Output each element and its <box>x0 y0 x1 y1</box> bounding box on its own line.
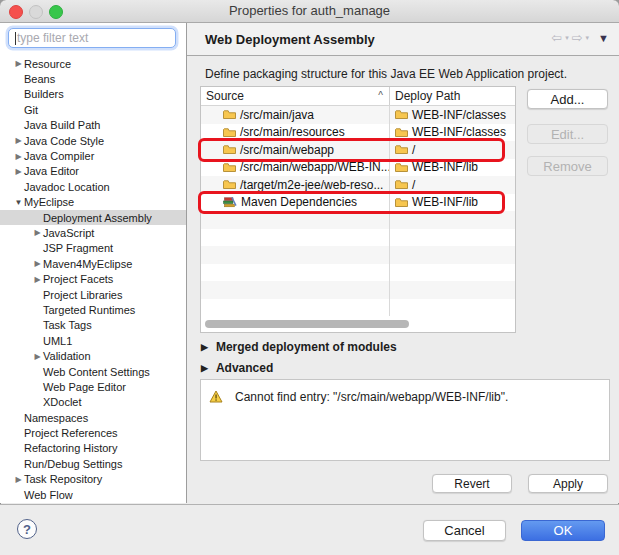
deploy-path-cell: / <box>412 178 415 192</box>
sidebar-item-label: Project Facets <box>43 273 113 285</box>
forward-dropdown-icon[interactable]: ▾ <box>586 34 590 42</box>
table-row[interactable]: /target/m2e-jee/web-reso.../ <box>201 176 515 194</box>
sidebar-item-java-compiler[interactable]: ▶Java Compiler <box>0 148 186 163</box>
cancel-button[interactable]: Cancel <box>423 520 506 541</box>
sidebar-item-label: Task Tags <box>43 319 92 331</box>
disclosure-closed-icon[interactable]: ▶ <box>13 167 24 176</box>
sidebar-item-project-libraries[interactable]: Project Libraries <box>0 287 186 302</box>
table-row[interactable]: /src/main/webapp/ <box>201 141 515 159</box>
sidebar-item-label: Resource <box>24 58 71 70</box>
disclosure-closed-icon[interactable]: ▶ <box>32 228 43 237</box>
sidebar-item-label: Run/Debug Settings <box>24 458 122 470</box>
titlebar[interactable]: Properties for auth_manage <box>0 0 619 23</box>
deploy-path-cell: WEB-INF/lib <box>412 160 478 174</box>
sidebar-item-javadoc-location[interactable]: Javadoc Location <box>0 179 186 194</box>
table-header: Source ^ Deploy Path <box>201 87 515 106</box>
scrollbar-thumb[interactable] <box>205 320 409 328</box>
sidebar-item-beans[interactable]: Beans <box>0 71 186 86</box>
folder-icon <box>223 144 236 155</box>
edit-button[interactable]: Edit... <box>527 124 608 144</box>
sidebar-item-label: Builders <box>24 88 64 100</box>
help-button[interactable]: ? <box>17 519 37 539</box>
deploy-path-cell: / <box>412 143 415 157</box>
source-cell: Maven Dependencies <box>241 195 357 209</box>
column-header-source[interactable]: Source ^ <box>201 87 390 105</box>
sidebar-item-web-content-settings[interactable]: Web Content Settings <box>0 364 186 379</box>
disclosure-closed-icon[interactable]: ▶ <box>13 136 24 145</box>
properties-dialog: Properties for auth_manage type filter t… <box>0 0 619 555</box>
sidebar-item-project-facets[interactable]: ▶Project Facets <box>0 271 186 286</box>
sidebar-item-xdoclet[interactable]: XDoclet <box>0 395 186 410</box>
back-arrow-icon[interactable]: ⇦ <box>551 31 562 45</box>
disclosure-closed-icon[interactable]: ▶ <box>13 59 24 68</box>
remove-button[interactable]: Remove <box>527 156 608 176</box>
sidebar-item-jsp-fragment[interactable]: JSP Fragment <box>0 241 186 256</box>
source-cell: /src/main/webapp <box>240 143 334 157</box>
table-empty-row <box>201 211 515 229</box>
sidebar-item-java-code-style[interactable]: ▶Java Code Style <box>0 133 186 148</box>
deploy-path-cell: WEB-INF/classes <box>412 108 506 122</box>
disclosure-closed-icon[interactable]: ▶ <box>32 275 43 284</box>
disclosure-closed-icon[interactable]: ▶ <box>13 152 24 161</box>
sidebar-item-namespaces[interactable]: Namespaces <box>0 410 186 425</box>
sidebar-item-targeted-runtimes[interactable]: Targeted Runtimes <box>0 302 186 317</box>
forward-arrow-icon[interactable]: ⇨ <box>572 31 583 45</box>
horizontal-scrollbar[interactable] <box>203 320 513 329</box>
source-cell: /src/main/resources <box>240 125 345 139</box>
folder-icon <box>395 197 408 208</box>
disclosure-open-icon[interactable]: ▼ <box>13 198 24 207</box>
sidebar-item-label: Web Flow <box>24 489 73 501</box>
sidebar-item-run-debug-settings[interactable]: Run/Debug Settings <box>0 456 186 471</box>
table-body: /src/main/javaWEB-INF/classes/src/main/r… <box>201 106 515 316</box>
sidebar-item-label: Deployment Assembly <box>43 212 152 224</box>
table-empty-row <box>201 299 515 317</box>
sidebar-item-validation[interactable]: ▶Validation <box>0 348 186 363</box>
warning-panel: Cannot find entry: "/src/main/webapp/WEB… <box>200 379 610 461</box>
folder-icon <box>395 109 408 120</box>
disclosure-closed-icon[interactable]: ▶ <box>32 352 43 361</box>
table-empty-row <box>201 229 515 247</box>
folder-icon <box>395 127 408 138</box>
apply-button[interactable]: Apply <box>528 474 608 493</box>
folder-icon <box>223 179 236 190</box>
sidebar-item-builders[interactable]: Builders <box>0 87 186 102</box>
source-cell: /target/m2e-jee/web-reso... <box>240 178 383 192</box>
chevron-right-icon: ▶ <box>201 342 208 352</box>
disclosure-closed-icon[interactable]: ▶ <box>13 475 24 484</box>
sidebar-item-refactoring-history[interactable]: Refactoring History <box>0 441 186 456</box>
sidebar-item-deployment-assembly[interactable]: Deployment Assembly <box>0 210 186 225</box>
sidebar-item-web-flow[interactable]: Web Flow <box>0 487 186 502</box>
column-header-deploy-path[interactable]: Deploy Path <box>390 87 515 105</box>
sidebar-item-task-repository[interactable]: ▶Task Repository <box>0 472 186 487</box>
sidebar-item-label: Web Page Editor <box>43 381 126 393</box>
disclosure-closed-icon[interactable]: ▶ <box>32 259 43 268</box>
view-menu-icon[interactable]: ▼ <box>598 32 609 44</box>
add-button[interactable]: Add... <box>527 89 608 109</box>
table-row[interactable]: Maven DependenciesWEB-INF/lib <box>201 194 515 212</box>
folder-icon <box>223 109 236 120</box>
table-row[interactable]: /src/main/webapp/WEB-IN...WEB-INF/lib <box>201 159 515 177</box>
sidebar-item-java-editor[interactable]: ▶Java Editor <box>0 164 186 179</box>
sidebar-item-maven4myeclipse[interactable]: ▶Maven4MyEclipse <box>0 256 186 271</box>
ok-button[interactable]: OK <box>521 520 605 541</box>
sidebar-item-web-page-editor[interactable]: Web Page Editor <box>0 379 186 394</box>
table-row[interactable]: /src/main/javaWEB-INF/classes <box>201 106 515 124</box>
sidebar-item-javascript[interactable]: ▶JavaScript <box>0 225 186 240</box>
sidebar-item-uml1[interactable]: UML1 <box>0 333 186 348</box>
back-dropdown-icon[interactable]: ▾ <box>565 34 569 42</box>
sidebar-item-project-references[interactable]: Project References <box>0 425 186 440</box>
revert-button[interactable]: Revert <box>432 474 512 493</box>
section-merged-deployment[interactable]: ▶ Merged deployment of modules <box>201 340 397 354</box>
folder-icon <box>395 179 408 190</box>
filter-placeholder: type filter text <box>17 31 88 45</box>
sidebar-item-java-build-path[interactable]: Java Build Path <box>0 118 186 133</box>
section-advanced[interactable]: ▶ Advanced <box>201 361 273 375</box>
sidebar-item-label: Javadoc Location <box>24 181 110 193</box>
sidebar-item-myeclipse[interactable]: ▼MyEclipse <box>0 195 186 210</box>
chevron-right-icon: ▶ <box>201 363 208 373</box>
sidebar-item-git[interactable]: Git <box>0 102 186 117</box>
filter-input[interactable]: type filter text <box>8 28 176 48</box>
table-row[interactable]: /src/main/resourcesWEB-INF/classes <box>201 124 515 142</box>
sidebar-item-resource[interactable]: ▶Resource <box>0 56 186 71</box>
sidebar-item-task-tags[interactable]: Task Tags <box>0 318 186 333</box>
